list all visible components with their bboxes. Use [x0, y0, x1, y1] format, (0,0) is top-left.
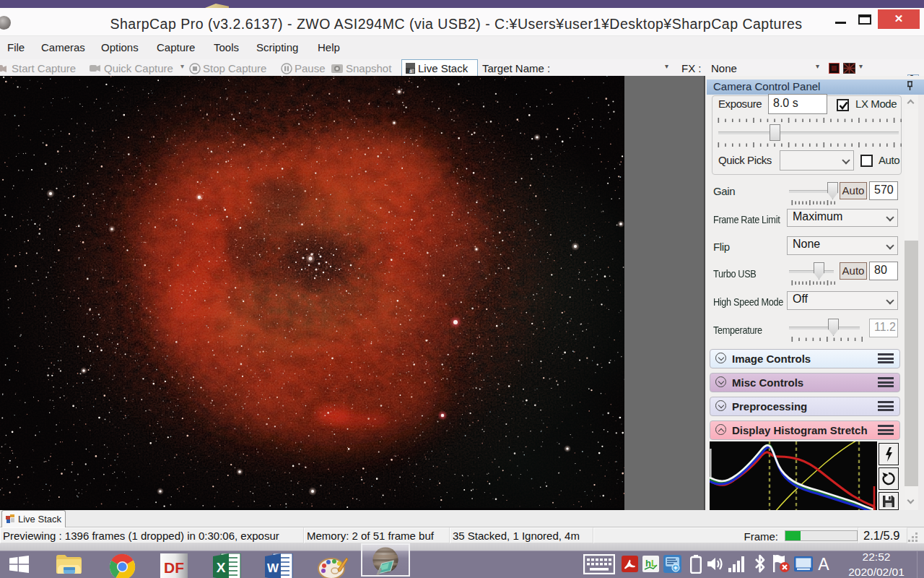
svg-text:L: L — [651, 558, 657, 569]
svg-text:a: a — [409, 69, 412, 74]
svg-text:X: X — [217, 560, 226, 575]
svg-text:DF: DF — [164, 559, 184, 576]
svg-text:W: W — [267, 561, 279, 575]
